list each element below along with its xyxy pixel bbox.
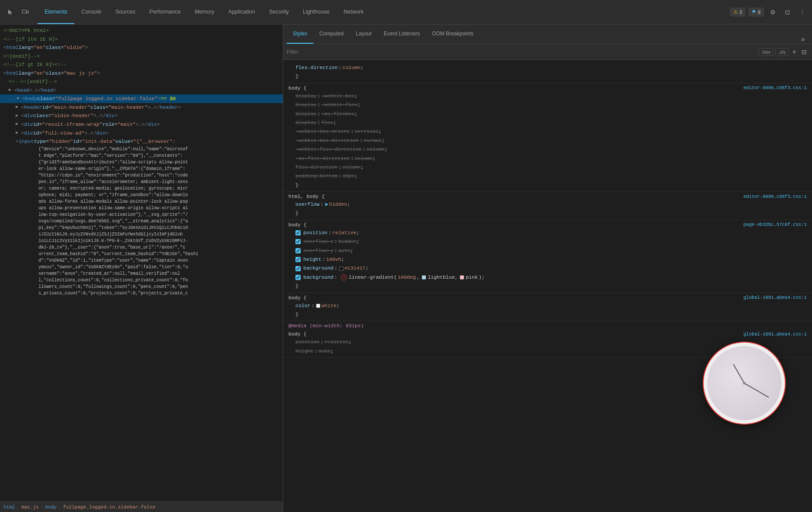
color-picker-popup[interactable]: [703, 342, 786, 425]
div-result-arrow[interactable]: ▶: [16, 121, 21, 128]
head-line[interactable]: ▶ <head>…</head>: [0, 86, 283, 95]
pv-media-pos: relative: [324, 338, 348, 346]
head-arrow[interactable]: ▶: [9, 87, 14, 93]
pink-swatch[interactable]: [460, 275, 464, 280]
pn-overflow-x: overflow-x: [303, 238, 333, 246]
styles-content[interactable]: flex-direction : column ; } body { edito…: [283, 60, 812, 512]
checkbox-position[interactable]: [295, 230, 301, 235]
source-body1[interactable]: editor-0980…c96f3.css:1: [743, 85, 807, 90]
comment3-line[interactable]: <!--[if gt IE 9]><!--: [0, 60, 283, 69]
tab-dom-breakpoints[interactable]: DOM Breakpoints: [426, 24, 480, 44]
rule-block-inherited: flex-direction : column ; }: [283, 62, 812, 83]
pv-height: 100vh: [326, 256, 341, 263]
comment4-text: <!--<![endif]-->: [9, 77, 57, 86]
checkbox-bg[interactable]: [295, 266, 301, 271]
source-body3[interactable]: global-1891…abea4.css:1: [743, 295, 807, 300]
tab-event-listeners[interactable]: Event Listeners: [378, 24, 426, 44]
clock-hand-hour: [733, 364, 745, 383]
overflow-arrow[interactable]: ▶: [325, 201, 328, 208]
tab-performance[interactable]: Performance: [142, 0, 188, 24]
source-html-body[interactable]: editor-0980…c96f3.css:1: [743, 194, 807, 199]
dock-icon[interactable]: ⊡: [781, 6, 794, 18]
prop-display-webkit-box: display : -webkit-box ;: [288, 92, 807, 100]
breadcrumb-html-classes[interactable]: mac.js: [21, 505, 39, 510]
tab-network[interactable]: Network: [337, 0, 371, 24]
more-tabs-icon[interactable]: »: [797, 36, 809, 44]
pv-fd-col: column: [343, 163, 361, 171]
hov-button[interactable]: :hov: [758, 48, 774, 56]
pn-display-wf: display: [295, 101, 316, 109]
body-arrow[interactable]: ▼: [17, 96, 22, 102]
div-result-line[interactable]: ▶ <div id="result-iframe-wrap" role="mai…: [0, 120, 283, 129]
warning-badge[interactable]: ⚠ 3: [730, 7, 746, 17]
rule-block-body3: body { global-1891…abea4.css:1 color : w…: [283, 293, 812, 322]
div-full-arrow[interactable]: ▶: [16, 130, 21, 136]
doctype-line[interactable]: <!DOCTYPE html>: [0, 26, 283, 35]
filter-input[interactable]: [287, 49, 758, 55]
tab-application[interactable]: Application: [222, 0, 262, 24]
input-line[interactable]: <input type="hidden" id="init-data" valu…: [0, 137, 283, 146]
source-media-body[interactable]: global-1891…abea4.css:1: [743, 332, 807, 337]
pv-display-wf: -webkit-flex: [321, 101, 357, 109]
selector-body2: body { page-4b32bc…57c8f.css:1: [288, 222, 807, 228]
prop-color-white: color : white ;: [288, 301, 807, 310]
breadcrumb-body[interactable]: body: [45, 505, 56, 510]
comment4-line[interactable]: <!--<![endif]-->: [0, 77, 283, 86]
header-line[interactable]: ▶ <header id="main-header" class="main-h…: [0, 103, 283, 112]
source-body2[interactable]: page-4b32bc…57c8f.css:1: [743, 222, 807, 227]
div-oldie-arrow[interactable]: ▶: [16, 113, 21, 119]
settings-icon[interactable]: ⚙: [767, 6, 779, 18]
css-brace-close-body1: }: [288, 181, 807, 190]
rule-block-body1: body { editor-0980…c96f3.css:1 display :…: [283, 83, 812, 192]
tab-layout[interactable]: Layout: [350, 24, 378, 44]
info-badge[interactable]: ⚑ 8: [748, 7, 764, 17]
add-style-button[interactable]: +: [791, 48, 798, 56]
gradient-arrow[interactable]: ◷: [341, 274, 347, 280]
comment2-line[interactable]: <![endif]-->: [0, 52, 283, 61]
breadcrumb-body-classes[interactable]: fullpage.logged-in.sidebar-false: [63, 505, 155, 510]
tab-lighthouse[interactable]: Lighthouse: [296, 0, 337, 24]
checkbox-overflow-y[interactable]: [295, 248, 301, 253]
pn-wfd: -webkit-flex-direction: [295, 145, 362, 153]
header-id-attr: id: [42, 103, 48, 112]
html-main-tag: html: [7, 69, 19, 78]
checkbox-height[interactable]: [295, 257, 301, 262]
pv-lightblue: lightblue,: [428, 273, 458, 281]
header-arrow[interactable]: ▶: [16, 104, 21, 111]
input-type-attr: type: [34, 137, 46, 146]
checkbox-bg-grad[interactable]: [295, 275, 301, 280]
pv-wbo: vertical: [354, 128, 378, 135]
tab-computed[interactable]: Computed: [313, 24, 350, 44]
comment1-line[interactable]: <!--[if lte IE 9]>: [0, 35, 283, 44]
lightblue-swatch[interactable]: [422, 275, 426, 280]
elements-content[interactable]: <!DOCTYPE html> <!--[if lte IE 9]> <html…: [0, 24, 283, 502]
cls-button[interactable]: .cls: [775, 48, 789, 56]
html-oldie-line[interactable]: <html lang="en" class="oldie">: [0, 43, 283, 52]
div-full-line[interactable]: ▶ <div id="full-view-ad">…</div>: [0, 129, 283, 138]
pn-position: position: [303, 229, 327, 237]
tab-memory[interactable]: Memory: [187, 0, 221, 24]
html-lang-attr: lang: [19, 69, 31, 78]
css-brace-close-html-body: }: [288, 209, 807, 218]
html-main-line[interactable]: <html lang="en" class="mac js js">: [0, 69, 283, 78]
tab-console[interactable]: Console: [74, 0, 108, 24]
tab-sources[interactable]: Sources: [108, 0, 142, 24]
doctype-text: <!DOCTYPE html>: [3, 26, 49, 35]
long-text-content: {"device":"unknown_device","mobile":null…: [0, 146, 283, 297]
div-oldie-line[interactable]: ▶ <div class="oldie-header">…</div>: [0, 111, 283, 120]
breadcrumb-html[interactable]: html: [3, 505, 15, 510]
pv-media-height: auto: [318, 347, 330, 355]
tab-elements[interactable]: Elements: [38, 0, 74, 24]
body-line[interactable]: ... ▼ <body class="fullpage logged-in si…: [0, 94, 283, 103]
close-panel-icon[interactable]: ⊟: [800, 48, 809, 55]
pn-display-ms: display: [295, 110, 316, 118]
bg-color-swatch[interactable]: [339, 266, 344, 271]
more-options-icon[interactable]: ⋮: [796, 6, 809, 18]
tab-security[interactable]: Security: [262, 0, 296, 24]
tab-styles[interactable]: Styles: [287, 24, 313, 44]
device-toggle-icon[interactable]: [18, 5, 32, 19]
checkbox-overflow-x[interactable]: [295, 239, 301, 244]
cursor-icon[interactable]: [3, 5, 17, 19]
pv-display-ms: -ms-flexbox: [321, 110, 354, 118]
white-swatch[interactable]: [316, 304, 320, 308]
